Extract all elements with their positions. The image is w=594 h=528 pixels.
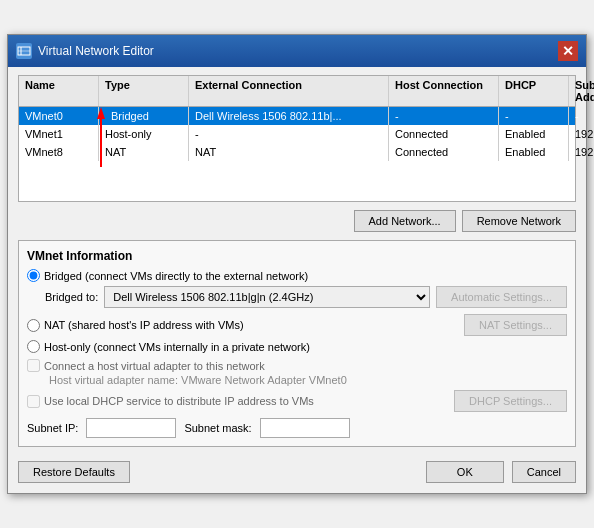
radio-hostonly[interactable] bbox=[27, 340, 40, 353]
vmnet-info-section: VMnet Information Bridged (connect VMs d… bbox=[18, 240, 576, 447]
row2-external: NAT bbox=[189, 143, 389, 161]
col-type: Type bbox=[99, 76, 189, 106]
row2-name: VMnet8 bbox=[19, 143, 99, 161]
table-row[interactable]: VMnet0 Bridged Dell Wireless 1506 802.11… bbox=[19, 107, 575, 125]
cancel-button[interactable]: Cancel bbox=[512, 461, 576, 483]
titlebar: Virtual Network Editor ✕ bbox=[8, 35, 586, 67]
checkbox-adapter[interactable] bbox=[27, 359, 40, 372]
row0-type: Bridged bbox=[99, 107, 189, 125]
vmnet-info-title: VMnet Information bbox=[27, 249, 567, 263]
checkbox-adapter-label: Connect a host virtual adapter to this n… bbox=[44, 360, 265, 372]
radio-hostonly-row[interactable]: Host-only (connect VMs internally in a p… bbox=[27, 340, 567, 353]
table-header: Name Type External Connection Host Conne… bbox=[19, 76, 575, 107]
row1-subnet: 192.168.47.0 bbox=[569, 125, 594, 143]
row0-subnet: - bbox=[569, 107, 585, 125]
app-icon bbox=[16, 43, 32, 59]
col-host: Host Connection bbox=[389, 76, 499, 106]
close-button[interactable]: ✕ bbox=[558, 41, 578, 61]
radio-nat[interactable] bbox=[27, 319, 40, 332]
restore-defaults-button[interactable]: Restore Defaults bbox=[18, 461, 130, 483]
row1-dhcp: Enabled bbox=[499, 125, 569, 143]
bottom-bar: Restore Defaults OK Cancel bbox=[18, 455, 576, 485]
network-table-section: Name Type External Connection Host Conne… bbox=[18, 75, 576, 202]
content-area: Name Type External Connection Host Conne… bbox=[8, 67, 586, 493]
table-row[interactable]: VMnet8 NAT NAT Connected Enabled 192.168… bbox=[19, 143, 575, 161]
row2-type: NAT bbox=[99, 143, 189, 161]
radio-hostonly-label: Host-only (connect VMs internally in a p… bbox=[44, 341, 310, 353]
ok-button[interactable]: OK bbox=[426, 461, 504, 483]
titlebar-title: Virtual Network Editor bbox=[38, 44, 154, 58]
row2-dhcp: Enabled bbox=[499, 143, 569, 161]
checkbox-dhcp-label: Use local DHCP service to distribute IP … bbox=[44, 395, 314, 407]
row0-host: - bbox=[389, 107, 499, 125]
checkbox-dhcp-row[interactable]: Use local DHCP service to distribute IP … bbox=[27, 390, 567, 412]
row2-host: Connected bbox=[389, 143, 499, 161]
radio-bridged[interactable] bbox=[27, 269, 40, 282]
radio-bridged-label: Bridged (connect VMs directly to the ext… bbox=[44, 270, 308, 282]
bridged-dropdown[interactable]: Dell Wireless 1506 802.11b|g|n (2.4GHz) bbox=[104, 286, 430, 308]
subnet-ip-input[interactable] bbox=[86, 418, 176, 438]
col-dhcp: DHCP bbox=[499, 76, 569, 106]
col-name: Name bbox=[19, 76, 99, 106]
checkbox-adapter-row[interactable]: Connect a host virtual adapter to this n… bbox=[27, 359, 567, 372]
table-body: VMnet0 Bridged Dell Wireless 1506 802.11… bbox=[19, 107, 575, 201]
add-network-button[interactable]: Add Network... bbox=[354, 210, 456, 232]
row1-external: - bbox=[189, 125, 389, 143]
row2-subnet: 192.168.150.0 bbox=[569, 143, 594, 161]
bridged-to-label: Bridged to: bbox=[45, 291, 98, 303]
adapter-name-label: Host virtual adapter name: VMware Networ… bbox=[49, 374, 567, 386]
auto-settings-button[interactable]: Automatic Settings... bbox=[436, 286, 567, 308]
subnet-row: Subnet IP: Subnet mask: bbox=[27, 418, 567, 438]
dhcp-settings-button[interactable]: DHCP Settings... bbox=[454, 390, 567, 412]
right-buttons: OK Cancel bbox=[426, 461, 576, 483]
titlebar-left: Virtual Network Editor bbox=[16, 43, 154, 59]
col-external: External Connection bbox=[189, 76, 389, 106]
row0-name: VMnet0 bbox=[19, 107, 99, 125]
row0-dhcp: - bbox=[499, 107, 569, 125]
network-buttons-row: Add Network... Remove Network bbox=[18, 210, 576, 232]
radio-bridged-row[interactable]: Bridged (connect VMs directly to the ext… bbox=[27, 269, 567, 282]
radio-nat-label: NAT (shared host's IP address with VMs) bbox=[44, 319, 244, 331]
row0-external: Dell Wireless 1506 802.11b|... bbox=[189, 107, 389, 125]
subnet-mask-input[interactable] bbox=[260, 418, 350, 438]
radio-nat-row[interactable]: NAT (shared host's IP address with VMs) … bbox=[27, 314, 567, 336]
row1-name: VMnet1 bbox=[19, 125, 99, 143]
row1-type: Host-only bbox=[99, 125, 189, 143]
checkbox-dhcp[interactable] bbox=[27, 395, 40, 408]
table-row[interactable]: VMnet1 Host-only - Connected Enabled 192… bbox=[19, 125, 575, 143]
nat-settings-button[interactable]: NAT Settings... bbox=[464, 314, 567, 336]
row1-host: Connected bbox=[389, 125, 499, 143]
bridged-to-row: Bridged to: Dell Wireless 1506 802.11b|g… bbox=[45, 286, 567, 308]
main-window: Virtual Network Editor ✕ Name Type Exter… bbox=[7, 34, 587, 494]
subnet-mask-label: Subnet mask: bbox=[184, 422, 251, 434]
remove-network-button[interactable]: Remove Network bbox=[462, 210, 576, 232]
col-subnet: Subnet Address bbox=[569, 76, 594, 106]
subnet-ip-label: Subnet IP: bbox=[27, 422, 78, 434]
